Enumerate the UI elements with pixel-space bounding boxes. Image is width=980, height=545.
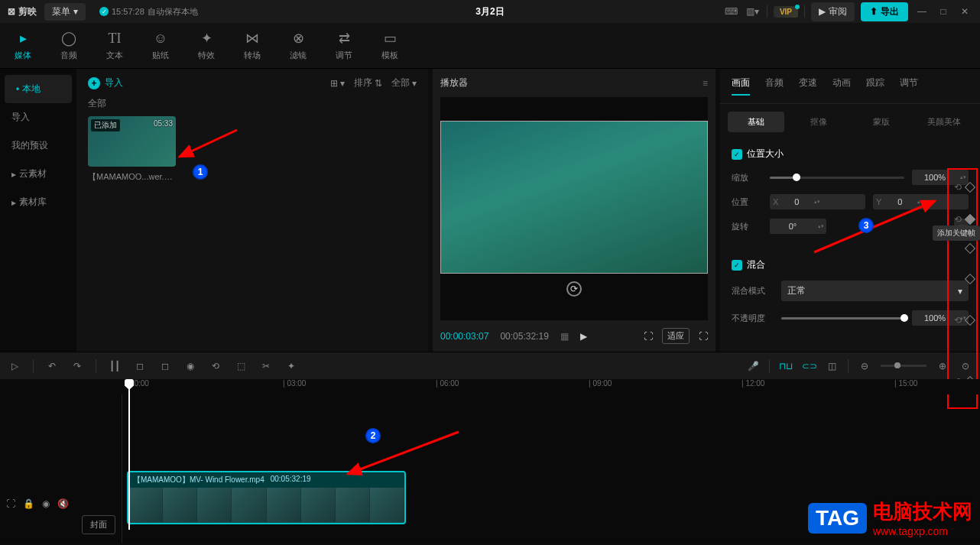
fullscreen-icon[interactable]: ⛶ [699, 331, 708, 342]
blend-mode-select[interactable]: 正常 ▾ [781, 281, 969, 301]
zoom-out-icon[interactable]: ⊖ [858, 361, 871, 371]
view-toggle[interactable]: ⊞▾ [330, 76, 345, 89]
keyframe-icon[interactable] [965, 214, 975, 225]
maximize-button[interactable]: □ [936, 6, 951, 17]
reverse-icon[interactable]: ⟲ [209, 361, 222, 371]
delete-left-icon[interactable]: ◻ [133, 361, 147, 371]
prop-tab-anim[interactable]: 动画 [832, 76, 851, 96]
annotation-1: 1 [193, 164, 208, 180]
mute-icon[interactable]: 🔇 [57, 498, 69, 509]
watermark-text: 电脑技术网 [873, 498, 972, 525]
sort-button[interactable]: 排序 ⇅ [354, 76, 382, 89]
tab-effects[interactable]: ✦特效 [183, 23, 229, 68]
pos-x-input[interactable] [781, 194, 812, 209]
section-transform[interactable]: ✓ 位置大小 [732, 148, 969, 161]
vip-badge[interactable]: VIP [774, 6, 798, 18]
subtab-beauty[interactable]: 美颜美体 [916, 112, 972, 132]
keyframe-icon[interactable] [965, 243, 975, 254]
tab-text[interactable]: TI文本 [92, 23, 138, 68]
tab-sticker[interactable]: ☺贴纸 [138, 23, 183, 68]
sync-icon[interactable]: ⟳ [566, 281, 582, 297]
checkbox-icon[interactable]: ✓ [732, 149, 742, 160]
reset-icon[interactable]: ⟲ [954, 315, 962, 326]
video-viewport[interactable]: ⟳ [440, 97, 708, 320]
sidebar-item-cloud[interactable]: ▸ 云素材 [0, 160, 76, 188]
tab-adjust[interactable]: ⇄调节 [321, 23, 367, 68]
pos-y-input[interactable] [884, 194, 915, 209]
tab-media[interactable]: ▸媒体 [0, 23, 46, 68]
reset-icon[interactable]: ⟲ [954, 214, 962, 225]
subtab-mask[interactable]: 蒙版 [853, 112, 910, 132]
volume-icon[interactable]: ▦ [560, 331, 569, 342]
tab-transition[interactable]: ⋈转场 [229, 23, 275, 68]
clip-thumbnail[interactable]: 已添加 05:33 [88, 116, 176, 167]
scale-slider[interactable] [770, 177, 904, 179]
cover-button[interactable]: 封面 [82, 515, 115, 534]
magnet-icon[interactable]: ⊓⊔ [779, 361, 793, 371]
media-clip[interactable]: 已添加 05:33 【MAMAMOO...wer.mp4 [88, 116, 176, 183]
fit-button[interactable]: 适应 [662, 328, 690, 344]
sidebar-item-local[interactable]: • 本地 [5, 75, 72, 103]
sidebar-item-presets[interactable]: 我的预设 [0, 131, 76, 160]
checkbox-icon[interactable]: ✓ [732, 260, 742, 271]
prop-tab-audio[interactable]: 音频 [765, 76, 784, 96]
layout-icon[interactable]: ▥▾ [745, 6, 761, 17]
import-button[interactable]: + 导入 [88, 76, 123, 89]
mirror-icon[interactable]: ⬚ [234, 361, 248, 371]
sidebar-item-library[interactable]: ▸ 素材库 [0, 188, 76, 216]
sidebar-item-import[interactable]: 导入 [0, 103, 76, 131]
tab-audio[interactable]: ◯音频 [46, 23, 92, 68]
opacity-slider[interactable] [781, 317, 904, 320]
spinner-icon[interactable]: ▴▾ [915, 199, 926, 205]
project-title[interactable]: 3月2日 [475, 5, 504, 18]
timeline-clip[interactable]: 【MAMAMOO】MV- Wind Flower.mp4 00:05:32:19 [127, 471, 406, 524]
ai-icon[interactable]: ✦ [284, 361, 298, 371]
keyboard-icon[interactable]: ⌨ [724, 6, 739, 17]
app-logo: ⊠ 剪映 [8, 5, 37, 18]
undo-icon[interactable]: ↶ [45, 361, 59, 371]
keyframe-icon[interactable] [965, 315, 975, 326]
tab-filter[interactable]: ⊗滤镜 [275, 23, 321, 68]
menu-button[interactable]: 菜单 ▾ [44, 3, 86, 21]
reset-icon[interactable]: ⟲ [954, 182, 962, 193]
playhead[interactable] [128, 381, 130, 530]
prop-tab-picture[interactable]: 画面 [732, 76, 750, 96]
link-icon[interactable]: ⊂⊃ [802, 361, 816, 371]
prop-tab-adjust[interactable]: 调节 [900, 76, 918, 96]
minimize-button[interactable]: — [914, 6, 930, 17]
export-button[interactable]: ⬆ 导出 [861, 2, 908, 21]
scan-icon[interactable]: ⛶ [644, 331, 653, 342]
mic-icon[interactable]: 🎤 [746, 361, 760, 371]
spinner-icon[interactable]: ▴▾ [816, 223, 826, 229]
lock-icon[interactable]: 🔒 [23, 498, 34, 509]
section-blend[interactable]: ✓ 混合 [732, 258, 969, 271]
subtab-cutout[interactable]: 抠像 [790, 112, 847, 132]
spinner-icon[interactable]: ▴▾ [812, 199, 823, 205]
pointer-icon[interactable]: ▷ [8, 361, 21, 371]
delete-right-icon[interactable]: ◻ [158, 361, 172, 371]
keyframe-icon[interactable] [965, 274, 975, 284]
subtab-basic[interactable]: 基础 [728, 112, 784, 132]
rotation-input[interactable] [770, 219, 816, 234]
prop-tab-track[interactable]: 跟踪 [866, 76, 884, 96]
close-button[interactable]: ✕ [957, 6, 972, 17]
keyframe-icon[interactable] [965, 182, 975, 193]
preview-icon[interactable]: ◫ [825, 361, 839, 371]
speed-icon[interactable]: ◉ [183, 361, 197, 371]
chevron-right-icon: ▸ [11, 169, 16, 180]
filter-button[interactable]: 全部 ▾ [391, 76, 417, 89]
player-menu-icon[interactable]: ≡ [703, 78, 708, 89]
timeline-ruler[interactable]: | 0:00 | 03:00 | 06:00 | 09:00 | 12:00 |… [0, 379, 980, 394]
redo-icon[interactable]: ↷ [70, 361, 84, 371]
fullscreen-track-icon[interactable]: ⛶ [6, 498, 15, 509]
split-icon[interactable]: ┃┃ [108, 361, 122, 371]
crop-icon[interactable]: ✂ [259, 361, 273, 371]
total-time: 00:05:32:19 [500, 331, 548, 342]
visibility-icon[interactable]: ◉ [42, 498, 50, 509]
review-button[interactable]: ▶ 审阅 [811, 2, 855, 21]
tab-template[interactable]: ▭模板 [367, 23, 413, 68]
prop-tab-speed[interactable]: 变速 [799, 76, 817, 96]
keyframe-tooltip: 添加关键帧 [933, 225, 980, 241]
play-button[interactable]: ▶ [580, 331, 587, 342]
video-frame[interactable] [440, 121, 708, 274]
